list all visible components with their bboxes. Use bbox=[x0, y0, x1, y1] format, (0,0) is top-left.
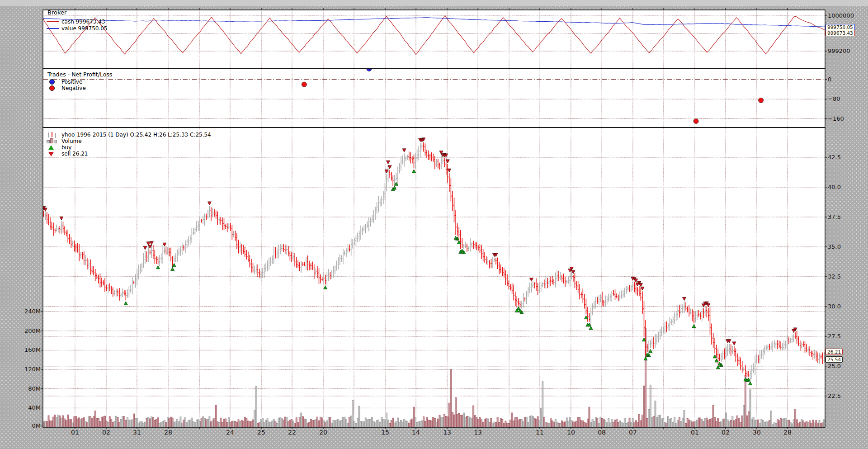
x-tick-label: 07 bbox=[629, 429, 637, 436]
close-price-box: 25.54 bbox=[826, 356, 843, 363]
legend-volume-label: Volume bbox=[61, 138, 82, 144]
value-line-icon bbox=[47, 28, 59, 29]
volume-ytick-label: 160M bbox=[1, 347, 41, 353]
backtrader-figure: 10000009996009992000−80−16042.540.037.53… bbox=[0, 0, 868, 449]
data-series-title: yhoo-1996-2015 (1 Day) O:25.42 H:26 L:25… bbox=[61, 132, 211, 138]
x-tick-label: 20 bbox=[319, 429, 327, 436]
legend-cash-label: cash 999673.43 bbox=[61, 19, 105, 25]
trades-panel-title: Trades - Net Profit/Loss bbox=[47, 71, 112, 78]
legend-sell-label: sell 26.21 bbox=[61, 151, 88, 157]
value-current-box: 999750.05 bbox=[826, 24, 855, 30]
broker-ytick-label: 999200 bbox=[828, 48, 850, 54]
x-tick-label: 28 bbox=[783, 429, 792, 436]
x-tick-label: 02 bbox=[102, 429, 110, 436]
volume-icon bbox=[47, 139, 57, 143]
positive-dot-icon bbox=[49, 79, 55, 85]
legend-buy-label: buy bbox=[61, 144, 71, 151]
price-ytick-label: 32.5 bbox=[828, 274, 841, 280]
price-ytick-label: 37.5 bbox=[828, 214, 841, 220]
sell-marker-icon bbox=[48, 152, 54, 156]
price-ytick-label: 25.0 bbox=[828, 363, 841, 369]
buy-marker-icon bbox=[48, 145, 54, 150]
trades-ytick-label: −160 bbox=[828, 116, 844, 122]
x-tick-label: 15 bbox=[381, 429, 389, 436]
price-ytick-label: 42.5 bbox=[828, 154, 841, 161]
negative-dot-icon bbox=[49, 85, 55, 91]
volume-ytick-label: 120M bbox=[1, 366, 41, 373]
x-tick-label: 24 bbox=[226, 429, 234, 436]
volume-ytick-label: 200M bbox=[1, 328, 41, 334]
price-ytick-label: 22.5 bbox=[828, 393, 841, 399]
price-ytick-label: 35.0 bbox=[828, 244, 841, 250]
volume-ytick-label: 0M bbox=[1, 423, 41, 429]
chart-canvas bbox=[0, 0, 868, 449]
x-tick-label: 11 bbox=[536, 429, 544, 436]
candlestick-icon bbox=[47, 132, 58, 138]
x-tick-label: 31 bbox=[133, 429, 141, 436]
broker-ytick-label: 1000000 bbox=[828, 13, 854, 19]
x-tick-label: 22 bbox=[288, 429, 296, 436]
sell-price-box: 26.21 bbox=[826, 349, 843, 355]
x-tick-label: 02 bbox=[722, 429, 730, 436]
legend-negative-label: Negative bbox=[61, 85, 86, 91]
x-tick-label: 01 bbox=[691, 429, 699, 436]
x-tick-label: 10 bbox=[567, 429, 575, 436]
x-tick-label: 13 bbox=[474, 429, 482, 436]
legend-value-label: value 999750.05 bbox=[61, 25, 107, 32]
x-tick-label: 08 bbox=[598, 429, 606, 436]
x-tick-label: 13 bbox=[443, 429, 451, 436]
x-tick-label: 14 bbox=[412, 429, 420, 436]
broker-panel-title: Broker bbox=[47, 9, 66, 16]
price-ytick-label: 30.0 bbox=[828, 303, 841, 310]
price-ytick-label: 27.5 bbox=[828, 333, 841, 340]
x-tick-label: 30 bbox=[753, 429, 761, 436]
trades-ytick-label: 0 bbox=[828, 76, 831, 83]
x-tick-label: 25 bbox=[257, 429, 265, 436]
x-tick-label: 28 bbox=[164, 429, 172, 436]
cash-current-box: 999673.43 bbox=[826, 30, 855, 36]
cash-line-icon bbox=[47, 21, 59, 22]
legend-positive-label: Positive bbox=[61, 79, 82, 85]
volume-ytick-label: 240M bbox=[1, 308, 41, 315]
x-tick-label: 01 bbox=[71, 429, 79, 436]
trades-ytick-label: −80 bbox=[828, 96, 840, 102]
volume-ytick-label: 80M bbox=[1, 386, 41, 392]
volume-ytick-label: 40M bbox=[1, 405, 41, 411]
price-ytick-label: 40.0 bbox=[828, 184, 841, 190]
